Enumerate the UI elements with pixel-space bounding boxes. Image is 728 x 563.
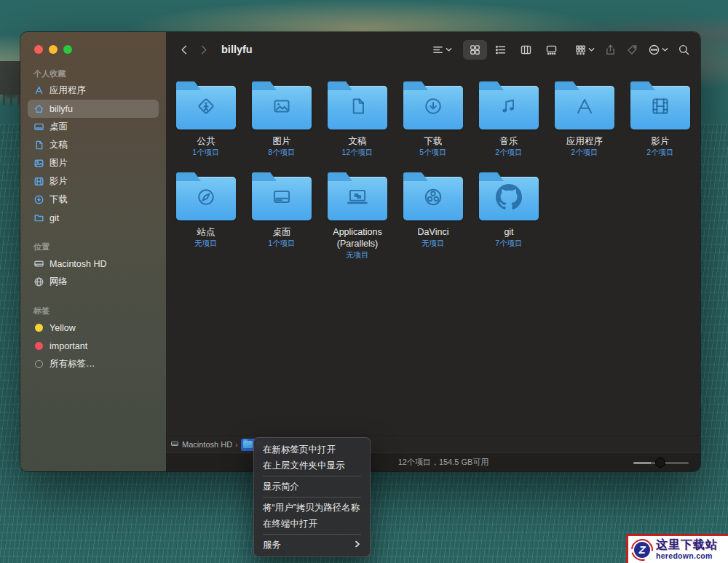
folder-item-git[interactable]: git 7个项目 (471, 169, 547, 260)
sidebar-section-tags: 标签 (33, 306, 153, 316)
finder-toolbar: billyfu (166, 32, 700, 67)
menu-separator (263, 534, 361, 535)
download-icon (33, 194, 44, 205)
desktop-icon (269, 184, 295, 213)
all-tags-icon (33, 359, 44, 370)
gallery-view-button[interactable] (539, 40, 563, 60)
search-button[interactable] (678, 44, 690, 56)
group-options-icon (574, 44, 587, 56)
sidebar-section-locations: 位置 (33, 241, 153, 252)
folder-item-pictures[interactable]: 图片 8个项目 (244, 79, 320, 158)
menu-item-copy-as-pathname[interactable]: 将“用户”拷贝为路径名称 (254, 500, 370, 516)
davinci-icon (420, 184, 446, 213)
path-separator: › (235, 440, 238, 449)
sidebar-item-label: important (50, 341, 87, 351)
chevron-down-icon (446, 47, 452, 53)
sidebar-item-label: 桌面 (50, 121, 68, 133)
film-icon (33, 176, 44, 187)
sidebar-item-documents[interactable]: 文稿 (28, 136, 159, 154)
folder-item-applications[interactable]: 应用程序 2个项目 (547, 79, 622, 158)
folder-item-davinci[interactable]: DaVinci 无项目 (395, 169, 471, 260)
sidebar-item-applications[interactable]: 应用程序 (28, 81, 159, 100)
sidebar-item-git[interactable]: git (28, 209, 159, 227)
folder-item-documents[interactable]: 文稿 12个项目 (320, 79, 395, 158)
group-by-button[interactable] (432, 44, 452, 56)
sidebar-item-desktop[interactable]: 桌面 (28, 118, 159, 136)
finder-window: 个人收藏 应用程序 billyfu 桌面 文稿 图片 (20, 32, 700, 471)
sidebar-item-macintosh-hd[interactable]: Macintosh HD (28, 255, 159, 273)
zoom-button[interactable] (63, 45, 72, 54)
heredown-logo-icon: Z (630, 538, 654, 562)
status-bar: 12个项目，154.5 GB可用 (166, 452, 700, 471)
sidebar-section-favorites: 个人收藏 (33, 68, 153, 79)
appstore-icon (33, 85, 44, 96)
sidebar-item-label: 影片 (50, 175, 68, 188)
grid-view-button[interactable] (463, 40, 487, 60)
folder-item-music[interactable]: 音乐 2个项目 (471, 79, 547, 158)
film-icon (647, 93, 673, 122)
folder-item-desktop[interactable]: 桌面 1个项目 (244, 169, 320, 260)
sidebar-item-label: 所有标签… (50, 358, 95, 370)
folder-grid: 公共 1个项目 图片 8个项目 文稿 12个项目 下载 5个项目 (166, 67, 700, 436)
sidebar-item-billyfu[interactable]: billyfu (28, 100, 159, 118)
menu-item-show-in-enclosing-folder[interactable]: 在上层文件夹中显示 (254, 458, 370, 474)
column-view-button[interactable] (514, 40, 538, 60)
sidebar-item-downloads[interactable]: 下载 (28, 191, 159, 209)
back-button[interactable] (175, 40, 194, 59)
group-by-icon (432, 44, 444, 56)
sidebar-item-label: 文稿 (50, 139, 68, 151)
finder-main-pane: billyfu (166, 32, 700, 471)
share-button[interactable] (604, 44, 617, 56)
minimize-button[interactable] (49, 45, 58, 54)
group-options-button[interactable] (574, 44, 595, 56)
document-icon (33, 140, 44, 151)
menu-item-get-info[interactable]: 显示简介 (254, 479, 370, 495)
menu-item-open-in-terminal[interactable]: 在终端中打开 (254, 516, 370, 532)
sidebar-item-label: 图片 (50, 157, 68, 169)
sidebar-item-label: Macintosh HD (50, 259, 107, 269)
menu-item-open-in-new-tab[interactable]: 在新标签页中打开 (254, 442, 370, 458)
folder-icon (243, 441, 253, 448)
sidebar-item-label: Yellow (50, 323, 76, 333)
home-icon (33, 103, 44, 114)
more-actions-button[interactable] (648, 44, 668, 56)
sidebar-item-network[interactable]: 网络 (28, 273, 159, 291)
chevron-down-icon (662, 47, 668, 53)
close-button[interactable] (34, 45, 43, 54)
folder-item-movies[interactable]: 影片 2个项目 (622, 79, 698, 158)
red-tag-dot (33, 340, 44, 351)
more-actions-icon (648, 44, 660, 56)
slider-knob[interactable] (655, 458, 665, 468)
folder-item-sites[interactable]: 站点 无项目 (168, 169, 244, 260)
sidebar-item-pictures[interactable]: 图片 (28, 154, 159, 172)
folder-item-public[interactable]: 公共 1个项目 (168, 79, 244, 158)
harddrive-icon (170, 439, 179, 450)
globe-icon (33, 276, 44, 287)
sidebar-item-label: 网络 (50, 276, 68, 288)
folder-item-downloads[interactable]: 下载 5个项目 (395, 79, 471, 158)
menu-item-services[interactable]: 服务 (254, 537, 370, 553)
sidebar-item-label: 应用程序 (50, 84, 86, 97)
sidebar-item-label: 下载 (50, 193, 68, 206)
list-view-button[interactable] (488, 40, 513, 60)
watermark-title: 这里下载站 (656, 539, 718, 551)
traffic-lights (20, 42, 166, 54)
github-icon (496, 184, 522, 213)
picture-icon (269, 93, 295, 122)
forward-button[interactable] (194, 40, 213, 59)
view-switcher (463, 40, 563, 60)
status-summary: 12个项目，154.5 GB可用 (398, 457, 489, 468)
pedestrian-icon (193, 93, 219, 122)
sidebar-item-movies[interactable]: 影片 (28, 172, 159, 191)
path-crumb-disk[interactable]: Macintosh HD (182, 440, 232, 449)
document-icon (344, 93, 371, 122)
folder-item-applications-parallels[interactable]: Applications (Parallels) 无项目 (320, 169, 395, 260)
tags-button[interactable] (626, 44, 638, 56)
screen: 个人收藏 应用程序 billyfu 桌面 文稿 图片 (0, 0, 728, 563)
sidebar-item-tag-yellow[interactable]: Yellow (28, 319, 159, 337)
sidebar-item-tag-important[interactable]: important (28, 337, 159, 355)
sidebar-item-all-tags[interactable]: 所有标签… (28, 355, 159, 373)
yellow-tag-dot (33, 322, 44, 333)
path-bar: Macintosh HD › 用户 (166, 436, 700, 452)
icon-size-slider[interactable] (633, 458, 689, 468)
